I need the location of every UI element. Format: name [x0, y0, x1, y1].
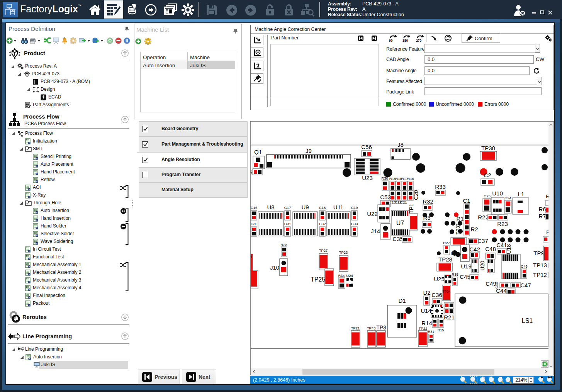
svg-text:U25: U25 — [434, 276, 445, 282]
svg-text:R22: R22 — [478, 214, 489, 221]
svg-text:C53: C53 — [380, 194, 391, 200]
svg-text:U24: U24 — [346, 273, 353, 278]
svg-text:C47: C47 — [520, 282, 531, 288]
svg-text:C32: C32 — [319, 222, 326, 226]
svg-text:TP23: TP23 — [339, 250, 348, 255]
svg-text:U14: U14 — [421, 307, 431, 314]
svg-text:R32: R32 — [423, 198, 433, 205]
svg-text:C44: C44 — [496, 287, 507, 294]
svg-text:C37: C37 — [477, 238, 488, 244]
svg-text:TP13: TP13 — [533, 262, 547, 268]
svg-text:R31: R31 — [428, 330, 435, 334]
svg-text:U18: U18 — [506, 244, 512, 254]
svg-text:TP25: TP25 — [311, 276, 325, 283]
svg-text:TP43: TP43 — [367, 326, 376, 330]
svg-text:R7: R7 — [538, 213, 546, 219]
svg-text:270: 270 — [416, 39, 421, 42]
svg-text:TP28: TP28 — [438, 256, 452, 263]
svg-text:TP21: TP21 — [351, 326, 360, 330]
svg-text:R34: R34 — [338, 274, 345, 278]
svg-text:C56: C56 — [361, 144, 372, 150]
svg-text:LS1: LS1 — [522, 317, 533, 324]
svg-text:J8: J8 — [397, 141, 404, 148]
svg-text:C35: C35 — [392, 236, 403, 242]
svg-text:TP27: TP27 — [319, 248, 328, 253]
svg-text:R: R — [546, 229, 548, 235]
svg-text:C24: C24 — [504, 196, 511, 200]
svg-text:L1: L1 — [518, 191, 525, 197]
svg-text:90: 90 — [389, 39, 393, 42]
svg-text:C25: C25 — [484, 194, 490, 198]
svg-text:U10: U10 — [492, 190, 503, 197]
svg-text:6: 6 — [251, 254, 252, 259]
svg-text:C21: C21 — [401, 200, 407, 204]
svg-text:TP9: TP9 — [533, 250, 544, 256]
svg-text:C1: C1 — [463, 197, 470, 204]
svg-text:U7: U7 — [396, 220, 404, 226]
svg-text:U19: U19 — [461, 263, 472, 270]
svg-text:U8: U8 — [267, 204, 274, 210]
svg-text:R: R — [546, 193, 548, 199]
svg-text:J14: J14 — [371, 228, 380, 234]
svg-text:C30: C30 — [251, 222, 257, 226]
svg-text:R14: R14 — [421, 320, 432, 326]
svg-text:R35: R35 — [452, 272, 458, 277]
svg-text:C2: C2 — [484, 172, 491, 178]
svg-text:ALL: ALL — [489, 377, 494, 379]
svg-text:TP33: TP33 — [455, 223, 461, 234]
svg-text:R16: R16 — [407, 176, 414, 181]
svg-text:R23: R23 — [497, 221, 508, 227]
svg-text:U20: U20 — [479, 261, 486, 271]
svg-text:U9: U9 — [301, 204, 309, 210]
svg-text:R27: R27 — [443, 241, 450, 245]
svg-text:100: 100 — [480, 377, 485, 379]
svg-text:C42: C42 — [469, 246, 480, 253]
svg-text:C19: C19 — [351, 205, 358, 210]
svg-text:TP3: TP3 — [376, 324, 386, 331]
svg-text:TP24: TP24 — [443, 290, 451, 294]
svg-text:C45: C45 — [460, 273, 470, 280]
svg-text:C20: C20 — [413, 190, 419, 200]
svg-text:TP22: TP22 — [419, 326, 428, 331]
svg-text:R30: R30 — [381, 176, 388, 180]
svg-text:D1: D1 — [398, 297, 406, 304]
svg-text:C31: C31 — [284, 222, 291, 226]
svg-text:C18: C18 — [319, 205, 326, 210]
svg-text:U11: U11 — [333, 204, 343, 210]
svg-text:C16: C16 — [251, 205, 257, 210]
svg-text:D2: D2 — [423, 289, 430, 296]
svg-text:R21: R21 — [444, 314, 455, 321]
svg-text:R2: R2 — [470, 226, 478, 232]
svg-text:C33: C33 — [351, 222, 358, 226]
svg-text:C36: C36 — [431, 292, 442, 298]
svg-text:U23: U23 — [362, 175, 373, 181]
svg-text:C17: C17 — [284, 205, 291, 210]
svg-text:TP30: TP30 — [481, 145, 495, 151]
svg-text:R33: R33 — [435, 183, 446, 190]
svg-text:TP12: TP12 — [533, 272, 547, 278]
svg-text:U22: U22 — [367, 210, 378, 217]
svg-text:R28: R28 — [280, 243, 287, 247]
svg-text:J10: J10 — [270, 264, 279, 271]
svg-text:R15: R15 — [438, 328, 444, 332]
svg-text:C48: C48 — [485, 246, 496, 252]
svg-text:J9: J9 — [306, 148, 312, 154]
svg-text:C46: C46 — [521, 264, 527, 268]
svg-text:180: 180 — [402, 39, 408, 42]
svg-text:R6: R6 — [538, 206, 546, 212]
svg-text:6: 6 — [251, 170, 252, 175]
svg-text:Q1: Q1 — [254, 149, 262, 155]
svg-text:TP1: TP1 — [408, 204, 414, 214]
